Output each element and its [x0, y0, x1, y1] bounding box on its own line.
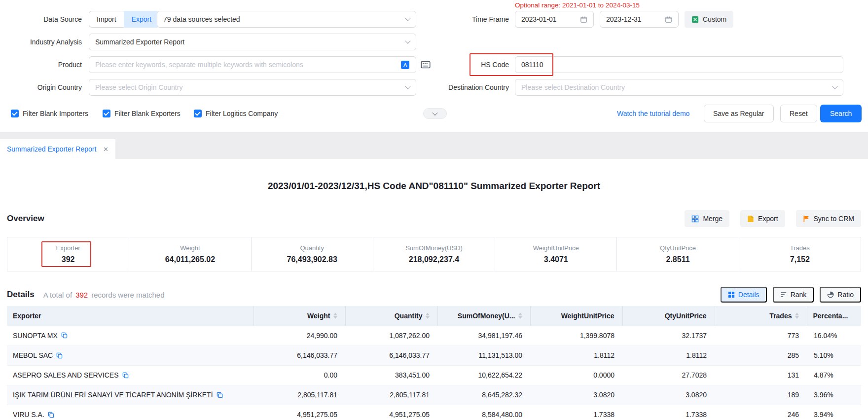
- end-date-value: 2023-12-31: [606, 15, 642, 23]
- hs-code-input[interactable]: 081110: [515, 56, 843, 73]
- view-switcher: Details Rank Ratio: [721, 287, 861, 303]
- save-as-regular-button[interactable]: Save as Regular: [704, 105, 774, 122]
- stat-weight: Weight 64,011,265.02: [129, 237, 251, 271]
- view-ratio-button[interactable]: Ratio: [820, 287, 861, 303]
- view-rank-button[interactable]: Rank: [773, 287, 814, 303]
- total-count: 392: [75, 291, 88, 299]
- column-label: Quantity: [395, 312, 423, 320]
- reset-button[interactable]: Reset: [780, 105, 817, 122]
- copy-icon[interactable]: [217, 392, 223, 398]
- destination-country-placeholder: Please select Destination Country: [521, 83, 625, 91]
- rank-lines-icon: [780, 291, 787, 298]
- column-header-quantity[interactable]: Quantity: [345, 306, 437, 326]
- cell-sum-of-money: 8,584,480.00: [437, 405, 530, 419]
- cell-percentage: 3.94%: [807, 405, 861, 419]
- cell-weight-unit-price: 0.0000: [530, 365, 622, 385]
- copy-icon[interactable]: [48, 412, 54, 418]
- checkbox-checked-icon[interactable]: [194, 110, 202, 117]
- stat-label: SumOfMoney(USD): [405, 244, 463, 252]
- export-toggle[interactable]: Export: [124, 11, 159, 28]
- sort-icon: [426, 313, 430, 319]
- tutorial-link[interactable]: Watch the tutorial demo: [617, 105, 689, 122]
- column-label: Trades: [769, 312, 792, 320]
- column-header-sum-of-money[interactable]: SumOfMoney(U...: [437, 306, 530, 326]
- cell-weight: 2,805,117.81: [253, 385, 345, 405]
- exporter-name[interactable]: SUNOPTA MX: [13, 332, 58, 340]
- checkbox-label: Filter Blank Exporters: [114, 110, 181, 117]
- custom-range-button[interactable]: Custom: [685, 11, 733, 28]
- cell-trades: 246: [715, 405, 807, 419]
- merge-button[interactable]: Merge: [685, 210, 729, 227]
- cell-weight: 6,146,033.77: [253, 345, 345, 365]
- cell-quantity: 1,087,262.00: [345, 326, 437, 345]
- stat-sum-of-money: SumOfMoney(USD) 218,092,237.4: [373, 237, 495, 271]
- start-date-input[interactable]: 2023-01-01: [515, 11, 594, 28]
- close-icon[interactable]: ✕: [103, 146, 108, 153]
- page: Optional range: 2021-01-01 to 2024-03-15…: [0, 0, 868, 419]
- column-label: QtyUnitPrice: [665, 312, 707, 320]
- export-label: Export: [758, 215, 778, 223]
- view-details-button[interactable]: Details: [721, 287, 767, 303]
- stat-value: 3.4071: [544, 255, 568, 264]
- main-content: 2023/01/01-2023/12/31,HS Code AND"081110…: [0, 159, 868, 419]
- stat-label: Quantity: [300, 244, 324, 252]
- data-sources-select[interactable]: 79 data sources selected: [157, 11, 416, 28]
- checkbox-checked-icon[interactable]: [11, 110, 19, 117]
- column-label: Weight: [307, 312, 330, 320]
- data-source-label: Data Source: [0, 11, 82, 28]
- cell-trades: 285: [715, 345, 807, 365]
- column-header-qty-unit-price: QtyUnitPrice: [622, 306, 715, 326]
- optional-range-note: Optional range: 2021-01-01 to 2024-03-15: [515, 1, 640, 9]
- calendar-icon: [580, 16, 587, 23]
- collapse-filters-button[interactable]: [423, 108, 447, 119]
- export-button[interactable]: Export: [740, 210, 785, 227]
- overview-bar: Overview Merge Export: [7, 210, 861, 227]
- cell-sum-of-money: 8,645,282.32: [437, 385, 530, 405]
- cell-weight-unit-price: 3.0820: [530, 385, 622, 405]
- filter-blank-importers-checkbox[interactable]: Filter Blank Importers: [11, 105, 88, 122]
- total-prefix: A total of: [43, 291, 72, 299]
- checkbox-label: Filter Blank Importers: [23, 110, 88, 117]
- cell-quantity: 4,951,275.05: [345, 405, 437, 419]
- tab-strip: Summarized Exporter Report ✕: [0, 132, 868, 159]
- stat-label: QtyUnitPrice: [660, 244, 696, 252]
- exporter-name[interactable]: MEBOL SAC: [13, 351, 53, 359]
- end-date-input[interactable]: 2023-12-31: [600, 11, 679, 28]
- copy-icon[interactable]: [61, 332, 68, 339]
- table-row: SUNOPTA MX 24,990.00 1,087,262.00 34,981…: [7, 326, 861, 345]
- view-rank-label: Rank: [791, 291, 807, 299]
- sort-icon: [518, 313, 522, 319]
- origin-country-placeholder: Please select Origin Country: [95, 83, 182, 91]
- import-toggle[interactable]: Import: [89, 11, 124, 28]
- filter-blank-exporters-checkbox[interactable]: Filter Blank Exporters: [103, 105, 181, 122]
- merge-icon: [691, 215, 699, 223]
- industry-analysis-select[interactable]: Summarized Exporter Report: [89, 34, 416, 50]
- stat-weight-unit-price: WeightUnitPrice 3.4071: [495, 237, 616, 271]
- copy-icon[interactable]: [122, 372, 129, 379]
- search-button[interactable]: Search: [820, 105, 862, 122]
- column-header-percentage: Percenta...: [807, 306, 861, 326]
- tab-summarized-exporter-report[interactable]: Summarized Exporter Report ✕: [0, 139, 115, 159]
- column-label: SumOfMoney(U...: [458, 312, 515, 320]
- checkbox-checked-icon[interactable]: [103, 110, 110, 117]
- details-heading: Details: [7, 290, 35, 300]
- product-input[interactable]: [95, 61, 397, 69]
- exporter-name[interactable]: IŞIK TARIM ÜRÜNLERİ SANAYİ VE TİCARET AN…: [13, 391, 213, 399]
- table-row: IŞIK TARIM ÜRÜNLERİ SANAYİ VE TİCARET AN…: [7, 385, 861, 405]
- exporter-name[interactable]: VIRU S.A.: [13, 411, 44, 419]
- filter-logitics-company-checkbox[interactable]: Filter Logitics Company: [194, 105, 278, 122]
- copy-icon[interactable]: [56, 352, 63, 359]
- column-header-trades[interactable]: Trades: [715, 306, 807, 326]
- origin-country-select[interactable]: Please select Origin Country: [89, 79, 416, 96]
- column-header-exporter: Exporter: [7, 306, 253, 326]
- exporter-name[interactable]: ASEPRO SALES AND SERVICES: [13, 371, 119, 379]
- sync-to-crm-button[interactable]: Sync to CRM: [796, 210, 861, 227]
- cell-weight-unit-price: 1.8112: [530, 345, 622, 365]
- product-field: A: [89, 56, 416, 73]
- stat-qty-unit-price: QtyUnitPrice 2.8511: [616, 237, 738, 271]
- destination-country-select[interactable]: Please select Destination Country: [515, 79, 843, 96]
- filter-panel: Optional range: 2021-01-01 to 2024-03-15…: [0, 0, 868, 132]
- details-bar: Details A total of 392 records were matc…: [7, 286, 861, 303]
- column-header-weight[interactable]: Weight: [253, 306, 345, 326]
- merge-label: Merge: [703, 215, 723, 223]
